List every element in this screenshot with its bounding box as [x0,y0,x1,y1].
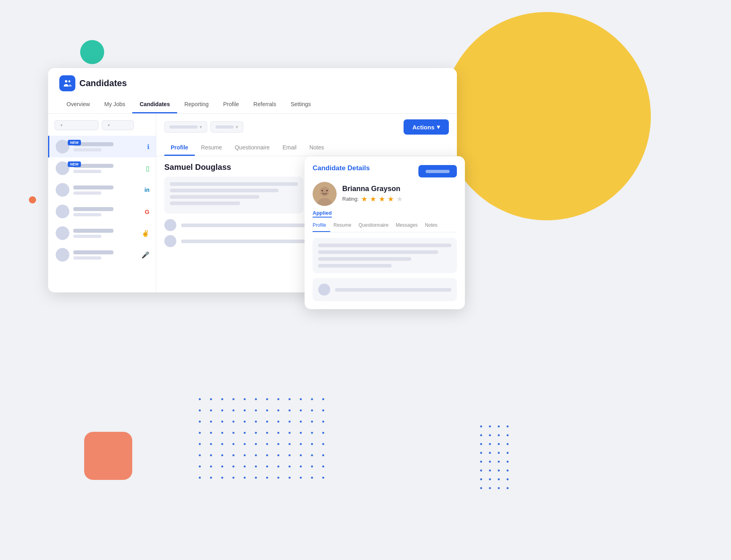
candidate-name-bar-5 [73,229,113,233]
profile-tab-profile[interactable]: Profile [164,142,195,156]
candidate-info-2 [73,164,146,173]
actions-button[interactable]: Actions ▾ [404,119,449,135]
svg-point-1 [69,81,71,83]
detail-tab-profile[interactable]: Profile [313,221,330,232]
tab-profile[interactable]: Profile [216,98,246,113]
new-badge-1: NEW [68,140,81,145]
dot-grid-right: (function(){ const grid = document.query… [479,424,519,504]
tab-settings[interactable]: Settings [283,98,318,113]
row-avatar-1 [164,219,176,231]
actions-label: Actions [412,124,434,131]
bg-decoration-green [80,40,104,64]
content-toolbar: ▾ ▾ Actions ▾ [156,114,457,135]
detail-row-avatar [318,284,330,296]
candidate-sub-bar-1 [73,148,101,151]
card-bar-2 [170,189,279,192]
candidate-list-item-5[interactable]: ✌ [48,222,156,244]
candidate-info-row: Brianna Grayson Rating: ★ ★ ★ ★ ★ [313,182,457,206]
candidate-list-item-4[interactable]: G [48,201,156,222]
bg-decoration-orange [29,196,36,203]
candidate-face-svg [313,182,337,206]
chevron-icon-2: ▾ [236,124,238,130]
detail-tab-messages[interactable]: Messages [396,221,422,232]
source-icon-2: ▯ [146,165,149,172]
actions-chevron: ▾ [437,123,440,131]
candidate-list-item-2[interactable]: NEW ▯ [48,157,156,179]
candidates-icon [63,79,72,88]
candidate-info-3 [73,185,145,195]
candidates-sidebar: ▾ ▾ NEW ℹ [48,114,156,292]
star-2: ★ [370,195,376,203]
profile-tab-notes[interactable]: Notes [303,142,331,156]
content-dropdown-2[interactable]: ▾ [210,121,243,133]
candidate-info-5 [73,229,141,238]
detail-tabs: Profile Resume Questionnaire Messages No… [313,221,457,232]
candidate-sub-bar-3 [73,191,101,195]
dropdown-arrow-2: ▾ [108,123,110,127]
filter-select-1[interactable]: ▾ [55,120,99,130]
candidate-list-item-3[interactable]: in [48,179,156,201]
main-nav-tabs: Overview My Jobs Candidates Reporting Pr… [59,98,446,113]
detail-tab-resume[interactable]: Resume [333,221,355,232]
detail-row-bar [335,288,451,292]
candidate-info-4 [73,207,145,216]
dot-grid-left: (function(){ const grid = document.query… [196,396,333,484]
content-dropdown-1[interactable]: ▾ [164,121,207,133]
card-bar-4 [170,201,240,205]
profile-tab-resume[interactable]: Resume [195,142,228,156]
detail-bar-2 [318,250,438,254]
app-icon [59,75,75,91]
star-1: ★ [361,195,368,203]
candidate-name-bar-6 [73,250,113,254]
profile-tabs: Profile Resume Questionnaire Email Notes [156,137,457,156]
tab-candidates[interactable]: Candidates [132,98,177,113]
detail-bar-3 [318,257,411,261]
card-bar-3 [170,195,259,199]
chevron-icon-1: ▾ [200,124,202,130]
profile-tab-questionnaire[interactable]: Questionnaire [228,142,276,156]
profile-card-left [164,177,303,214]
content-dropdowns: ▾ ▾ [164,121,243,133]
detail-tab-notes[interactable]: Notes [425,221,441,232]
new-badge-2: NEW [68,161,81,167]
candidate-meta: Brianna Grayson Rating: ★ ★ ★ ★ ★ [342,185,403,203]
tab-reporting[interactable]: Reporting [177,98,216,113]
candidate-sub-bar-2 [73,170,101,173]
star-3: ★ [379,195,385,203]
row-avatar-2 [164,235,176,247]
candidate-list-item-1[interactable]: NEW ℹ [48,136,156,157]
detail-row-card [313,278,457,301]
app-title: Candidates [79,78,127,89]
candidate-list: NEW ℹ NEW ▯ [48,136,156,266]
candidate-list-item-6[interactable]: 🎤 [48,244,156,266]
candidate-info-1 [73,142,147,151]
star-4: ★ [388,195,394,203]
bg-decoration-yellow [442,12,651,220]
candidate-name-bar-3 [73,185,113,189]
tab-overview[interactable]: Overview [59,98,97,113]
filter-select-2[interactable]: ▾ [102,120,134,130]
detail-tab-questionnaire[interactable]: Questionnaire [359,221,393,232]
sidebar-filters: ▾ ▾ [48,120,156,136]
detail-card-body [313,238,457,273]
tab-my-jobs[interactable]: My Jobs [97,98,132,113]
svg-point-0 [65,80,67,83]
edit-bar [426,170,450,173]
star-5-empty: ★ [396,195,403,203]
edit-button[interactable] [418,165,457,177]
candidate-details-card: Candidate Details Brianna Grayson Rating… [305,156,465,309]
detail-bar-1 [318,244,451,247]
profile-tab-email[interactable]: Email [276,142,303,156]
candidate-detail-name: Brianna Grayson [342,185,403,193]
candidate-photo [313,182,337,206]
applied-badge: Applied [313,210,332,218]
candidate-sub-bar-4 [73,213,101,216]
tab-referrals[interactable]: Referrals [246,98,283,113]
svg-point-8 [327,191,329,193]
card-bar-1 [170,182,298,186]
detail-bar-4 [318,264,392,268]
source-icon-5: ✌ [141,230,149,237]
svg-point-7 [320,191,323,193]
bg-decoration-square [84,432,132,480]
candidate-avatar-2 [56,161,69,175]
